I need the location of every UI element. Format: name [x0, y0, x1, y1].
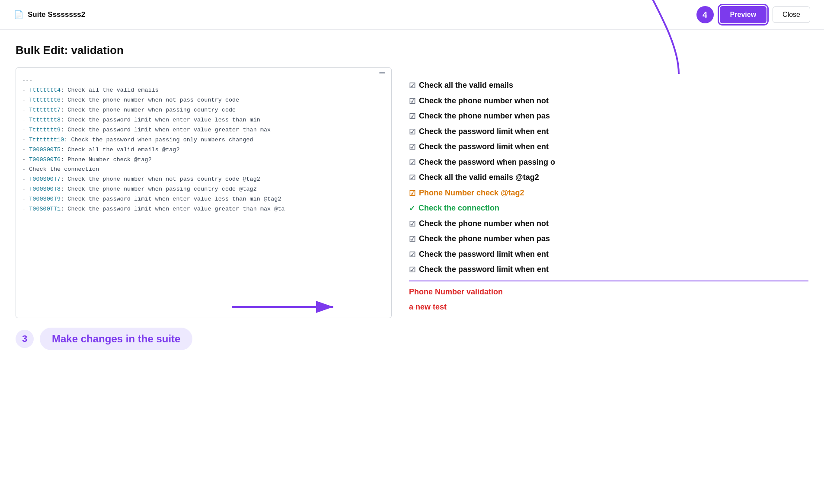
- list-item: ☑ Check all the valid emails: [409, 78, 808, 93]
- check-icon: ☑: [409, 265, 415, 276]
- check-icon: ☑: [409, 111, 415, 122]
- list-item: ✓ Check the connection: [409, 201, 808, 216]
- main-content: Bulk Edit: validation --- - Tttttttt4: C…: [0, 30, 824, 364]
- editor-separator: ---: [22, 76, 385, 86]
- check-icon: ☑: [409, 172, 415, 184]
- preview-button[interactable]: Preview: [720, 6, 767, 23]
- test-item-label: Check all the valid emails: [419, 80, 513, 91]
- test-list: ☑ Check all the valid emails ☑ Check the…: [409, 78, 808, 314]
- step3-label: Make changes in the suite: [40, 328, 192, 350]
- editor-line: - T000S00T8: Check the phone number when…: [22, 185, 385, 195]
- test-item-label: Check the password when passing o: [419, 156, 555, 168]
- editor-line: - Tttttttt4: Check all the valid emails: [22, 86, 385, 96]
- list-item-deleted: a new test: [409, 300, 808, 314]
- check-icon: ☑: [409, 219, 415, 230]
- test-item-label: Phone Number validation: [409, 286, 503, 298]
- list-item: ☑ Check the phone number when not: [409, 217, 808, 231]
- list-item: ☑ Check the password limit when ent: [409, 124, 808, 139]
- test-item-label: Check the password limit when ent: [419, 141, 549, 153]
- editor-line: - T000S00T7: Check the phone number when…: [22, 175, 385, 185]
- list-item: ☑ Check the password limit when ent: [409, 262, 808, 277]
- editor-line: - Tttttttt6: Check the phone number when…: [22, 96, 385, 105]
- list-item: ☑ Phone Number check @tag2: [409, 186, 808, 201]
- suite-icon: 📄: [14, 10, 23, 19]
- test-item-label: Check the phone number when not: [419, 95, 549, 107]
- test-item-label: Phone Number check @tag2: [419, 187, 524, 199]
- editor-line: - T000S00T5: Check all the valid emails …: [22, 145, 385, 155]
- check-icon: ☑: [409, 80, 415, 92]
- test-item-label: Check the password limit when ent: [419, 249, 549, 260]
- check-icon: ☑: [409, 188, 415, 199]
- editor-line: - T000S00T6: Phone Number check @tag2: [22, 155, 385, 165]
- list-item: ☑ Check the phone number when pas: [409, 109, 808, 124]
- step3-badge: 3: [16, 330, 34, 348]
- test-item-label: Check all the valid emails @tag2: [419, 172, 539, 183]
- test-item-label: a new test: [409, 301, 447, 313]
- list-pane: ☑ Check all the valid emails ☑ Check the…: [392, 44, 808, 350]
- list-item: ☑ Check the password limit when ent: [409, 247, 808, 262]
- step3-container: 3 Make changes in the suite: [16, 328, 392, 350]
- header-right: 4 Preview Close: [696, 6, 810, 23]
- editor-line: - T00S00TT1: Check the password limit wh…: [22, 204, 385, 214]
- check-icon: ✓: [409, 203, 415, 214]
- test-item-label: Check the password limit when ent: [419, 126, 549, 137]
- minimize-icon[interactable]: [379, 72, 385, 73]
- check-icon: ☑: [409, 127, 415, 138]
- suite-title: Suite Ssssssss2: [28, 10, 85, 19]
- check-icon: ☑: [409, 96, 415, 107]
- editor-line: - Tttttttt10: Check the password when pa…: [22, 135, 385, 145]
- check-icon: ☑: [409, 249, 415, 261]
- editor-line: - Tttttttt7: Check the phone number when…: [22, 105, 385, 115]
- list-item-deleted: Phone Number validation: [409, 285, 808, 299]
- check-icon: ☑: [409, 142, 415, 153]
- close-button[interactable]: Close: [773, 6, 810, 23]
- test-item-label: Check the phone number when pas: [419, 233, 550, 245]
- check-icon: ☑: [409, 234, 415, 245]
- editor-line: - Check the connection: [22, 165, 385, 175]
- page-title: Bulk Edit: validation: [16, 44, 392, 57]
- editor-pane: Bulk Edit: validation --- - Tttttttt4: C…: [16, 44, 392, 350]
- list-divider: [409, 278, 808, 284]
- editor-line: - Tttttttt8: Check the password limit wh…: [22, 115, 385, 125]
- test-item-label: Check the phone number when pas: [419, 110, 550, 122]
- check-icon: ☑: [409, 157, 415, 169]
- editor-line: - Tttttttt9: Check the password limit wh…: [22, 125, 385, 135]
- test-item-label: Check the password limit when ent: [419, 264, 549, 275]
- editor-box[interactable]: --- - Tttttttt4: Check all the valid ema…: [16, 67, 392, 318]
- list-item: ☑ Check the password when passing o: [409, 155, 808, 170]
- list-item: ☑ Check the phone number when pas: [409, 232, 808, 246]
- editor-line: - T000S00T9: Check the password limit wh…: [22, 195, 385, 204]
- step4-badge: 4: [696, 6, 714, 23]
- list-item: ☑ Check the phone number when not: [409, 94, 808, 108]
- list-item: ☑ Check all the valid emails @tag2: [409, 170, 808, 185]
- test-item-label: Check the connection: [418, 202, 499, 214]
- list-item: ☑ Check the password limit when ent: [409, 140, 808, 154]
- header-left: 📄 Suite Ssssssss2: [14, 10, 85, 19]
- test-item-label: Check the phone number when not: [419, 218, 549, 230]
- header: 📄 Suite Ssssssss2 4 Preview Close: [0, 0, 824, 30]
